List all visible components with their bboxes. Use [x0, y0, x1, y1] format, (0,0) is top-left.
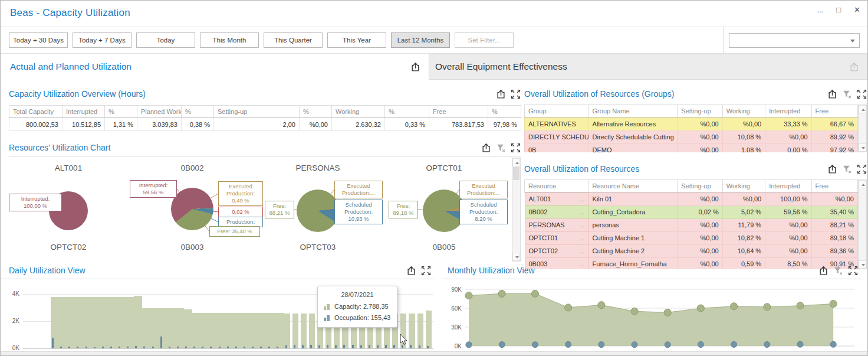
monthly-area-chart[interactable]: 90K60K30K0K — [442, 284, 864, 353]
filter-button-today-7-days[interactable]: Today + 7 Days — [73, 32, 131, 48]
filter-button-this-quarter[interactable]: This Quarter — [264, 32, 323, 48]
column-header[interactable]: Group — [525, 105, 589, 117]
tab-overall-equipment-effectiveness[interactable]: Overall Equipment Effectiveness — [429, 54, 867, 80]
column-header[interactable]: Resource — [525, 180, 589, 192]
pie-callout: Interrupted:100,00 % — [9, 194, 62, 211]
column-header[interactable]: % — [182, 106, 214, 118]
scroll-down-button[interactable] — [512, 253, 520, 261]
pie-resource-title: 0B003 — [151, 243, 234, 252]
column-header[interactable]: Working — [332, 106, 385, 118]
row-ellipsis-button[interactable]: ... — [579, 209, 584, 215]
table-row[interactable]: 0BDEMO%0,001,08 %0,00 %97,92 % — [525, 143, 858, 153]
filter-button-today-30-days[interactable]: Today + 30 Days — [9, 32, 68, 48]
filter-button-set-filter-[interactable]: Set Filter... — [455, 32, 514, 48]
export-icon[interactable] — [827, 89, 837, 99]
column-header[interactable]: Interrupted — [63, 106, 105, 118]
table-cell: ALT001... — [525, 192, 588, 205]
table-row[interactable]: 0B002...Cutting_Cortadora0,02 %5,02 %59,… — [525, 205, 858, 218]
table-row[interactable]: ALTERNATIVESAlternative Resources%0,00%0… — [525, 117, 858, 130]
pie-scrollbar[interactable] — [512, 158, 521, 262]
expand-icon[interactable] — [857, 89, 867, 99]
column-header[interactable]: Setting-up — [678, 180, 722, 192]
column-header[interactable]: Free — [811, 180, 857, 192]
scroll-up-button[interactable] — [512, 158, 520, 166]
filter-clear-icon[interactable] — [842, 89, 852, 99]
filter-button-this-month[interactable]: This Month — [200, 32, 259, 48]
table-row[interactable]: OPTCT02...Cutting Machine 2%0,0010,64 %%… — [525, 244, 858, 257]
resources-scrollbar[interactable] — [858, 179, 867, 269]
column-header[interactable]: Free — [811, 105, 857, 117]
filter-button-today[interactable]: Today — [136, 32, 195, 48]
export-icon[interactable] — [410, 62, 420, 72]
table-cell: Directly Schedulable Cutting — [588, 130, 678, 143]
groups-scrollbar[interactable] — [858, 104, 867, 152]
scroll-down-button[interactable] — [859, 143, 866, 152]
column-header[interactable]: Resource Name — [588, 180, 678, 192]
pie-personas[interactable] — [297, 190, 339, 232]
row-ellipsis-button[interactable]: ... — [579, 196, 584, 203]
column-header[interactable]: % — [488, 106, 521, 118]
table-cell: 89,18 % — [811, 231, 857, 244]
table-row[interactable]: DIRECTLY SCHEDU...Directly Schedulable C… — [525, 130, 858, 143]
daily-bar — [126, 294, 134, 348]
column-header[interactable]: Interrupted — [765, 180, 811, 192]
export-icon[interactable] — [496, 89, 506, 99]
scroll-up-button[interactable] — [859, 180, 866, 188]
table-row[interactable]: PERSONAS...personas%0,0011,79 %%0,0088,2… — [525, 218, 858, 231]
resources-table-header: Overall Utilization of Resources — [524, 162, 867, 175]
daily-utilization-panel: Daily Utilization View 4K2K0K 28/07/2021… — [1, 260, 437, 353]
filter-clear-icon[interactable] — [496, 143, 506, 153]
column-header[interactable]: % — [385, 106, 429, 118]
column-header[interactable]: Free — [429, 106, 488, 118]
tooltip-occupation: Occupation: 155,43 — [334, 314, 390, 321]
row-ellipsis-button[interactable]: ... — [579, 235, 584, 241]
row-ellipsis-button[interactable]: ... — [579, 248, 584, 254]
column-header[interactable]: Setting-up — [214, 106, 300, 118]
daily-bar — [167, 294, 176, 348]
divider — [1, 279, 435, 279]
filter-clear-icon[interactable] — [833, 266, 843, 276]
table-row[interactable]: 800.002,5310.512,851,31 %3.039,830,38 %2… — [9, 118, 521, 131]
window-maximize-button[interactable]: □ — [836, 5, 841, 14]
scroll-up-button[interactable] — [859, 105, 866, 113]
chevron-down-icon[interactable] — [850, 40, 855, 43]
table-cell: 783.817,53 — [429, 118, 488, 131]
scrollbar-thumb[interactable] — [513, 167, 520, 180]
column-header[interactable]: Working — [722, 105, 765, 117]
export-icon[interactable] — [818, 266, 828, 276]
column-header[interactable]: Group Name — [588, 105, 678, 117]
row-ellipsis-button[interactable]: ... — [579, 222, 584, 228]
table-row[interactable]: ALT001...Kiln 01%0,00%0,00100,00 %%0,00 — [525, 192, 858, 206]
y-axis-label: 2K — [2, 318, 19, 324]
column-header[interactable]: Interrupted — [765, 105, 811, 117]
pie-0b002[interactable] — [171, 188, 213, 230]
expand-icon[interactable] — [511, 89, 521, 99]
pie-resource-title: OPTCT03 — [277, 243, 359, 252]
column-header[interactable]: % — [300, 106, 332, 118]
table-row[interactable]: OPTCT01...Cutting Machine 1%0,0010,82 %%… — [525, 231, 858, 244]
window-more-button[interactable]: ... — [817, 5, 823, 14]
column-header[interactable]: Setting-up — [678, 105, 722, 117]
column-header[interactable]: Working — [722, 180, 765, 192]
column-header[interactable]: Planned Work — [137, 106, 182, 118]
export-icon[interactable] — [481, 143, 491, 153]
export-icon[interactable] — [406, 266, 416, 276]
column-header[interactable]: % — [105, 106, 137, 118]
svg-text:90K: 90K — [451, 286, 462, 293]
export-icon[interactable] — [827, 164, 837, 174]
filter-clear-icon[interactable] — [842, 164, 852, 174]
filter-button-this-year[interactable]: This Year — [327, 32, 386, 48]
resource-filter-combobox[interactable] — [729, 33, 860, 48]
expand-icon[interactable] — [421, 266, 431, 276]
daily-bar — [151, 294, 159, 348]
expand-icon[interactable] — [848, 266, 858, 276]
expand-icon[interactable] — [511, 143, 521, 153]
tab-actual-planned-utilization[interactable]: Actual and Planned Utilization — [1, 54, 429, 80]
column-header[interactable]: Total Capacity — [9, 106, 63, 118]
expand-icon[interactable] — [857, 164, 867, 174]
filter-button-last-12-months[interactable]: Last 12 Months — [391, 32, 450, 48]
pie-chart-area[interactable]: ALT001Interrupted:100,00 %0B002Interrupt… — [9, 156, 521, 262]
export-icon[interactable] — [849, 62, 859, 72]
window-close-button[interactable]: ✕ — [854, 5, 860, 14]
table-cell: 10,82 % — [722, 231, 765, 244]
